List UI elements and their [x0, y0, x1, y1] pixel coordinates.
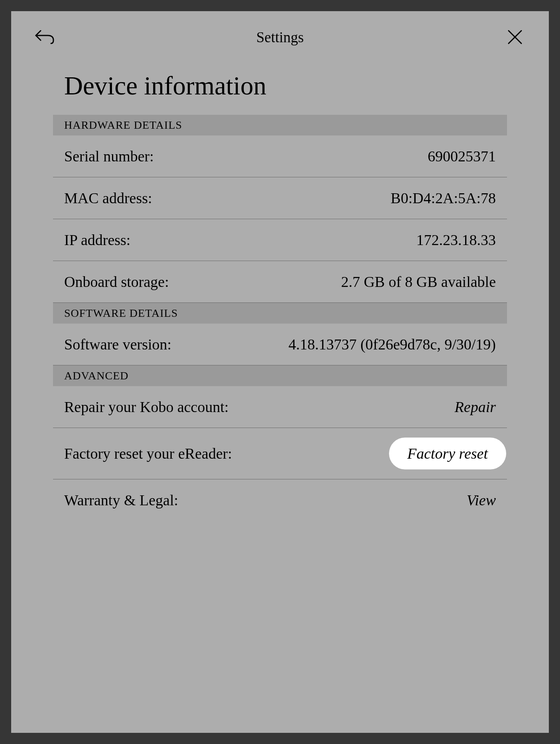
view-warranty-button[interactable]: View: [467, 491, 496, 509]
software-section-header: SOFTWARE DETAILS: [53, 303, 507, 324]
mac-address-value: B0:D4:2A:5A:78: [391, 189, 496, 207]
mac-address-row: MAC address: B0:D4:2A:5A:78: [53, 177, 507, 219]
mac-address-label: MAC address:: [64, 189, 152, 207]
hardware-section-header: HARDWARE DETAILS: [53, 115, 507, 135]
content-area: Device information HARDWARE DETAILS Seri…: [11, 59, 549, 733]
software-version-row: Software version: 4.18.13737 (0f26e9d78c…: [53, 324, 507, 365]
ip-address-value: 172.23.18.33: [417, 231, 496, 249]
storage-row: Onboard storage: 2.7 GB of 8 GB availabl…: [53, 261, 507, 303]
settings-screen: Settings Device information HARDWARE DET…: [11, 11, 549, 733]
serial-number-value: 690025371: [428, 147, 496, 165]
software-version-label: Software version:: [64, 336, 171, 353]
storage-label: Onboard storage:: [64, 273, 169, 291]
ip-address-label: IP address:: [64, 231, 130, 249]
factory-reset-row: Factory reset your eReader: Factory rese…: [53, 428, 507, 479]
page-title: Device information: [53, 71, 507, 101]
close-icon[interactable]: [505, 27, 525, 47]
warranty-label: Warranty & Legal:: [64, 491, 178, 509]
advanced-section-header: ADVANCED: [53, 365, 507, 386]
header-bar: Settings: [11, 11, 549, 59]
repair-button[interactable]: Repair: [455, 398, 496, 416]
repair-row: Repair your Kobo account: Repair: [53, 386, 507, 428]
storage-value: 2.7 GB of 8 GB available: [341, 273, 496, 291]
factory-reset-button[interactable]: Factory reset: [391, 440, 504, 467]
serial-number-label: Serial number:: [64, 147, 154, 165]
repair-label: Repair your Kobo account:: [64, 398, 229, 416]
ip-address-row: IP address: 172.23.18.33: [53, 219, 507, 261]
header-title: Settings: [55, 29, 505, 46]
warranty-row: Warranty & Legal: View: [53, 479, 507, 521]
back-icon[interactable]: [35, 27, 55, 47]
serial-number-row: Serial number: 690025371: [53, 135, 507, 177]
software-version-value: 4.18.13737 (0f26e9d78c, 9/30/19): [289, 336, 496, 353]
factory-reset-label: Factory reset your eReader:: [64, 445, 232, 462]
